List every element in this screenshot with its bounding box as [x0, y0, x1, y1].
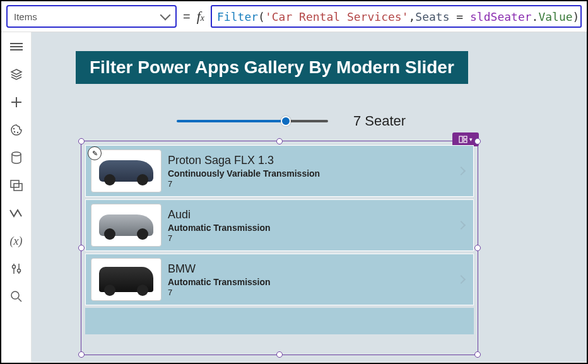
gallery-item[interactable]: BMW Automatic Transmission 7	[85, 254, 474, 305]
theme-icon[interactable]	[9, 123, 23, 137]
gallery-item[interactable]: Audi Automatic Transmission 7	[85, 199, 474, 251]
layers-icon[interactable]	[9, 68, 23, 81]
formula-input[interactable]: Filter('Car Rental Services',Seats = sld…	[211, 5, 582, 28]
car-image	[91, 204, 162, 247]
token-string: 'Car Rental Services'	[265, 10, 409, 23]
property-dropdown[interactable]: Items	[6, 5, 177, 28]
car-image	[91, 258, 162, 301]
svg-rect-20	[464, 140, 467, 143]
property-name: Items	[14, 11, 37, 22]
flows-icon[interactable]	[9, 206, 23, 220]
svg-rect-19	[464, 136, 467, 139]
title-label: Filter Power Apps Gallery By Modern Slid…	[76, 51, 468, 84]
tree-view-icon[interactable]	[9, 40, 23, 54]
chevron-right-icon[interactable]	[457, 221, 466, 230]
slider-thumb[interactable]	[281, 116, 291, 126]
svg-point-7	[13, 131, 15, 132]
svg-rect-18	[459, 136, 462, 143]
car-seats: 7	[168, 179, 452, 189]
fx-icon[interactable]: fx	[197, 8, 204, 25]
svg-line-17	[18, 298, 21, 302]
media-icon[interactable]	[9, 179, 23, 192]
slider-control: 7 Seater	[177, 113, 406, 129]
car-transmission: Continuously Variable Transmission	[168, 168, 452, 179]
chevron-right-icon[interactable]	[457, 275, 466, 284]
car-seats: 7	[168, 233, 452, 243]
car-image: ✎	[91, 150, 162, 192]
equals-sign: =	[183, 9, 191, 24]
data-icon[interactable]	[9, 151, 23, 165]
car-transmission: Automatic Transmission	[168, 223, 452, 233]
variables-icon[interactable]: (x)	[9, 234, 23, 248]
canvas[interactable]: Filter Power Apps Gallery By Modern Slid…	[32, 32, 587, 362]
slider-value-label: 7 Seater	[353, 113, 406, 129]
token-field: Seats	[415, 10, 449, 23]
gallery-item[interactable]: ✎ Proton Saga FLX 1.3 Continuously Varia…	[85, 145, 474, 197]
token-property: Value	[538, 10, 572, 23]
formula-bar: Items = fx Filter('Car Rental Services',…	[1, 1, 587, 32]
token-function: Filter	[217, 10, 258, 23]
gallery: ✎ Proton Saga FLX 1.3 Continuously Varia…	[85, 145, 474, 351]
chevron-down-icon	[160, 10, 171, 21]
left-rail: (x)	[1, 32, 32, 362]
svg-point-9	[12, 152, 21, 156]
gallery-item-empty	[85, 308, 474, 334]
token-control: sldSeater	[470, 10, 532, 23]
car-seats: 7	[168, 288, 452, 297]
car-name: BMW	[168, 262, 452, 276]
slider-track[interactable]	[177, 120, 328, 122]
edit-template-icon[interactable]: ✎	[88, 146, 102, 160]
svg-point-16	[11, 291, 19, 299]
svg-point-8	[16, 132, 18, 133]
tools-icon[interactable]	[9, 262, 23, 276]
svg-point-6	[13, 128, 14, 129]
svg-point-15	[17, 269, 20, 273]
gallery-selection[interactable]: ▾ ✎ Proton Saga FLX 1.3 Continuously V	[81, 141, 478, 355]
car-transmission: Automatic Transmission	[168, 277, 452, 287]
svg-point-13	[12, 266, 15, 269]
insert-icon[interactable]	[9, 95, 23, 109]
svg-marker-3	[11, 69, 21, 74]
car-name: Audi	[168, 208, 452, 221]
chevron-right-icon[interactable]	[457, 167, 466, 175]
car-name: Proton Saga FLX 1.3	[168, 154, 452, 167]
search-icon[interactable]	[9, 290, 23, 303]
